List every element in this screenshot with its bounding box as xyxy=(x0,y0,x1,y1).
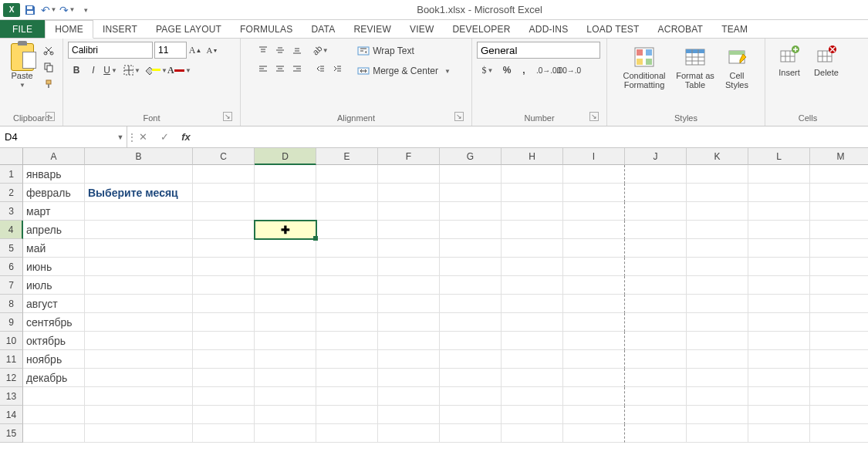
cell-B5[interactable] xyxy=(85,239,193,258)
cell-L11[interactable] xyxy=(748,350,810,369)
orientation-button[interactable]: ab▼ xyxy=(312,42,329,59)
cell-G6[interactable] xyxy=(440,258,502,276)
cell-B12[interactable] xyxy=(85,369,193,387)
cell-M11[interactable] xyxy=(810,350,868,369)
cell-B1[interactable] xyxy=(85,165,193,184)
cell-E5[interactable] xyxy=(316,239,378,258)
cell-I11[interactable] xyxy=(563,350,625,369)
cell-H10[interactable] xyxy=(502,332,563,350)
cell-G14[interactable] xyxy=(440,406,502,424)
cell-B15[interactable] xyxy=(85,424,193,443)
cell-H6[interactable] xyxy=(502,258,563,276)
cell-E10[interactable] xyxy=(316,332,378,350)
cell-J15[interactable] xyxy=(625,424,687,443)
cell-I8[interactable] xyxy=(563,295,625,313)
cell-H11[interactable] xyxy=(502,350,563,369)
cell-A13[interactable] xyxy=(23,387,85,406)
col-header-E[interactable]: E xyxy=(316,148,378,165)
cell-C11[interactable] xyxy=(193,350,255,369)
copy-button[interactable] xyxy=(40,59,57,76)
cell-A9[interactable]: сентябрь xyxy=(23,313,85,332)
cell-I1[interactable] xyxy=(563,165,625,184)
cell-I14[interactable] xyxy=(563,406,625,424)
cell-B6[interactable] xyxy=(85,258,193,276)
cell-J11[interactable] xyxy=(625,350,687,369)
cell-K15[interactable] xyxy=(687,424,748,443)
tab-view[interactable]: VIEW xyxy=(400,20,443,38)
cell-C5[interactable] xyxy=(193,239,255,258)
underline-button[interactable]: U▼ xyxy=(102,62,119,79)
tab-home[interactable]: HOME xyxy=(45,20,93,39)
cell-D9[interactable] xyxy=(255,313,316,332)
row-header-10[interactable]: 10 xyxy=(0,332,23,350)
save-button[interactable] xyxy=(22,2,39,19)
comma-button[interactable]: , xyxy=(515,62,532,79)
cell-G4[interactable] xyxy=(440,221,502,239)
cell-H12[interactable] xyxy=(502,369,563,387)
cell-G10[interactable] xyxy=(440,332,502,350)
fill-color-button[interactable] xyxy=(144,62,160,79)
cell-B9[interactable] xyxy=(85,313,193,332)
cell-E6[interactable] xyxy=(316,258,378,276)
cell-I12[interactable] xyxy=(563,369,625,387)
col-header-H[interactable]: H xyxy=(502,148,563,165)
enter-formula-button[interactable]: ✓ xyxy=(154,126,175,147)
cell-H15[interactable] xyxy=(502,424,563,443)
col-header-I[interactable]: I xyxy=(563,148,625,165)
cell-F7[interactable] xyxy=(378,276,440,295)
tab-file[interactable]: FILE xyxy=(0,20,45,38)
number-launcher[interactable]: ↘ xyxy=(589,112,599,121)
cell-A3[interactable]: март xyxy=(23,202,85,221)
cell-F14[interactable] xyxy=(378,406,440,424)
cell-K11[interactable] xyxy=(687,350,748,369)
format-painter-button[interactable] xyxy=(40,76,57,93)
cell-M14[interactable] xyxy=(810,406,868,424)
cell-C14[interactable] xyxy=(193,406,255,424)
delete-cells-button[interactable]: Delete xyxy=(808,42,845,80)
cell-I7[interactable] xyxy=(563,276,625,295)
cell-M3[interactable] xyxy=(810,202,868,221)
formula-input[interactable] xyxy=(197,126,868,147)
cell-L8[interactable] xyxy=(748,295,810,313)
cell-H5[interactable] xyxy=(502,239,563,258)
cell-A11[interactable]: ноябрь xyxy=(23,350,85,369)
borders-button[interactable]: ▼ xyxy=(123,62,140,79)
alignment-launcher[interactable]: ↘ xyxy=(454,112,464,121)
cell-A12[interactable]: декабрь xyxy=(23,369,85,387)
cell-H3[interactable] xyxy=(502,202,563,221)
cell-J14[interactable] xyxy=(625,406,687,424)
col-header-M[interactable]: M xyxy=(810,148,868,165)
app-icon[interactable]: X xyxy=(3,2,20,19)
cell-J2[interactable] xyxy=(625,184,687,202)
bold-button[interactable]: B xyxy=(68,62,85,79)
cell-B3[interactable] xyxy=(85,202,193,221)
cell-D6[interactable] xyxy=(255,258,316,276)
cell-M9[interactable] xyxy=(810,313,868,332)
cell-E2[interactable] xyxy=(316,184,378,202)
col-header-L[interactable]: L xyxy=(748,148,810,165)
cell-L9[interactable] xyxy=(748,313,810,332)
cell-L13[interactable] xyxy=(748,387,810,406)
cell-L1[interactable] xyxy=(748,165,810,184)
align-middle-button[interactable] xyxy=(272,42,289,59)
row-header-6[interactable]: 6 xyxy=(0,258,23,276)
name-box-dropdown[interactable]: ▼ xyxy=(114,133,127,141)
shrink-font-button[interactable]: A▼ xyxy=(204,42,221,59)
align-bottom-button[interactable] xyxy=(289,42,306,59)
merge-center-button[interactable]: Merge & Center▼ xyxy=(350,62,458,80)
cell-K3[interactable] xyxy=(687,202,748,221)
cell-G7[interactable] xyxy=(440,276,502,295)
cell-I9[interactable] xyxy=(563,313,625,332)
cell-C9[interactable] xyxy=(193,313,255,332)
cell-G2[interactable] xyxy=(440,184,502,202)
cell-I6[interactable] xyxy=(563,258,625,276)
font-size-combo[interactable] xyxy=(154,42,187,59)
cell-H4[interactable] xyxy=(502,221,563,239)
cell-F2[interactable] xyxy=(378,184,440,202)
row-header-9[interactable]: 9 xyxy=(0,313,23,332)
cell-F5[interactable] xyxy=(378,239,440,258)
cell-D2[interactable] xyxy=(255,184,316,202)
cell-B8[interactable] xyxy=(85,295,193,313)
cell-K4[interactable] xyxy=(687,221,748,239)
cell-L14[interactable] xyxy=(748,406,810,424)
